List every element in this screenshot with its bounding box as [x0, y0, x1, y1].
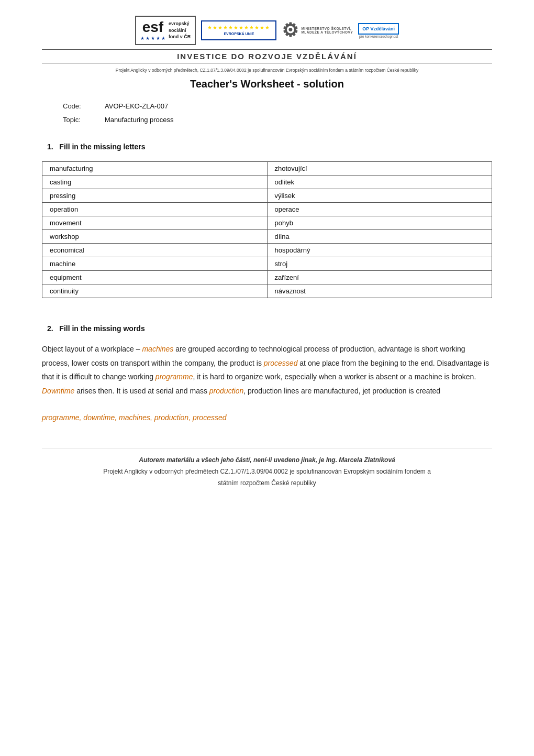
english-cell: workshop [42, 230, 268, 244]
footer-line2: státním rozpočtem České republiky [42, 478, 492, 489]
czech-cell: stroj [267, 257, 492, 271]
english-cell: economical [42, 244, 268, 257]
op-subtitle: pro konkurenceschopnost [359, 35, 398, 38]
czech-cell: zařízení [267, 271, 492, 284]
para-text: arises then. It is used at serial and ma… [74, 387, 209, 395]
code-value: AVOP-EKO-ZLA-007 [105, 100, 168, 113]
english-cell: continuity [42, 284, 268, 298]
paragraph-text: Object layout of a workplace – machines … [42, 342, 492, 398]
esf-logo: esf ★ ★ ★ ★ ★ evropský sociální fond v Č… [135, 16, 196, 45]
missing-word: Downtime [42, 387, 74, 395]
section2-title: 2. Fill in the missing words [47, 324, 492, 333]
footer-italic: Autorem materiálu a všech jeho částí, ne… [42, 455, 492, 466]
table-row: continuity návaznost [42, 284, 492, 298]
msmt-logo: ⚙ MINISTERSTVO ŠKOLSTVÍ, MLÁDEŽE A TĚLOV… [282, 21, 353, 40]
para-text: Object layout of a workplace – [42, 345, 142, 353]
english-cell: manufacturing [42, 162, 268, 176]
code-topic-section: Code: AVOP-EKO-ZLA-007 Topic: Manufactur… [63, 100, 492, 127]
section1-title: 1. Fill in the missing letters [47, 143, 492, 151]
topic-label: Topic: [63, 113, 94, 127]
table-row: movement pohyb [42, 216, 492, 230]
missing-word: processed [264, 359, 298, 367]
para-text: , production lines are manufactured, jet… [243, 387, 440, 395]
czech-cell: zhotovující [267, 162, 492, 176]
page: esf ★ ★ ★ ★ ★ evropský sociální fond v Č… [0, 0, 534, 756]
table-row: manufacturing zhotovující [42, 162, 492, 176]
worksheet-title: Teacher's Worksheet - solution [42, 78, 492, 90]
footer-line1: Projekt Anglicky v odborných předmětech … [42, 466, 492, 478]
eu-logo: ★★★★★★★★★★★★ EVROPSKÁ UNIE [201, 20, 276, 40]
footer: Autorem materiálu a všech jeho částí, ne… [42, 448, 492, 489]
projekt-line: Projekt Anglicky v odborných předmětech,… [42, 68, 492, 73]
word-bank: programme, downtime, machines, productio… [42, 413, 492, 422]
table-row: machine stroj [42, 257, 492, 271]
czech-cell: dílna [267, 230, 492, 244]
czech-cell: hospodárný [267, 244, 492, 257]
investice-heading: INVESTICE DO ROZVOJE VZDĚLÁVÁNÍ [42, 49, 492, 63]
missing-word: programme [155, 372, 193, 381]
table-row: operation operace [42, 203, 492, 216]
op-title: OP Vzdělávání [358, 23, 399, 35]
table-row: casting odlitek [42, 176, 492, 189]
english-cell: operation [42, 203, 268, 216]
czech-cell: návaznost [267, 284, 492, 298]
table-row: workshop dílna [42, 230, 492, 244]
header-logos: esf ★ ★ ★ ★ ★ evropský sociální fond v Č… [42, 16, 492, 45]
english-cell: equipment [42, 271, 268, 284]
vocab-table: manufacturing zhotovující casting odlite… [42, 161, 492, 298]
op-logo: OP Vzdělávání pro konkurenceschopnost [358, 23, 399, 38]
missing-word: machines [142, 345, 173, 353]
code-label: Code: [63, 100, 94, 113]
english-cell: machine [42, 257, 268, 271]
czech-cell: pohyb [267, 216, 492, 230]
table-row: pressing výlisek [42, 189, 492, 203]
missing-word: production [209, 387, 243, 395]
para-text: , it is hard to organize work, especiall… [193, 372, 476, 381]
czech-cell: výlisek [267, 189, 492, 203]
czech-cell: odlitek [267, 176, 492, 189]
topic-value: Manufacturing process [105, 113, 174, 127]
table-row: equipment zařízení [42, 271, 492, 284]
czech-cell: operace [267, 203, 492, 216]
esf-text: evropský sociální fond v ČR [169, 20, 191, 40]
english-cell: casting [42, 176, 268, 189]
english-cell: movement [42, 216, 268, 230]
table-row: economical hospodárný [42, 244, 492, 257]
english-cell: pressing [42, 189, 268, 203]
